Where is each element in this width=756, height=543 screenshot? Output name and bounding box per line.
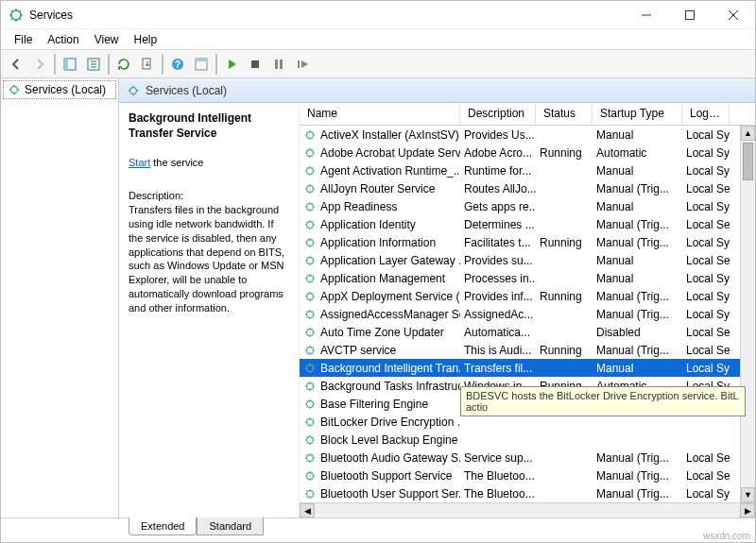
service-row[interactable]: AVCTP serviceThis is Audi...RunningManua… bbox=[300, 341, 755, 359]
cell-startup: Manual bbox=[593, 254, 682, 267]
description-text: Transfers files in the background using … bbox=[129, 203, 289, 315]
cell-logon: Local Sy bbox=[682, 272, 730, 285]
start-service-button[interactable] bbox=[220, 53, 243, 76]
service-row[interactable]: Application IdentityDetermines ...Manual… bbox=[300, 215, 755, 233]
service-row[interactable]: Bluetooth Audio Gateway S...Service sup.… bbox=[300, 449, 755, 467]
panel-title: Services (Local) bbox=[146, 84, 227, 97]
service-row[interactable]: Block Level Backup Engine ... bbox=[300, 431, 755, 449]
refresh-button[interactable] bbox=[112, 53, 135, 76]
column-headers: Name Description Status Startup Type Log… bbox=[300, 103, 755, 126]
cell-name: AppX Deployment Service (... bbox=[300, 290, 460, 303]
service-row[interactable]: Bluetooth Support ServiceThe Bluetoo...M… bbox=[300, 467, 755, 484]
cell-desc: Determines ... bbox=[460, 218, 536, 231]
cell-desc: Provides Us... bbox=[460, 128, 536, 142]
svg-point-19 bbox=[307, 185, 314, 192]
show-hide-tree-button[interactable] bbox=[59, 53, 81, 76]
col-startup[interactable]: Startup Type bbox=[593, 103, 682, 125]
menu-action[interactable]: Action bbox=[40, 31, 86, 48]
close-button[interactable] bbox=[712, 1, 755, 28]
cell-desc: The Bluetoo... bbox=[460, 469, 536, 483]
help-button[interactable]: ? bbox=[166, 53, 189, 76]
service-row[interactable]: AllJoyn Router ServiceRoutes AllJo...Man… bbox=[300, 179, 755, 197]
svg-point-15 bbox=[130, 87, 137, 93]
cell-name: Background Tasks Infrastruc... bbox=[300, 380, 460, 393]
cell-startup: Manual (Trig... bbox=[593, 344, 682, 357]
cell-startup: Manual bbox=[593, 362, 682, 375]
svg-point-25 bbox=[307, 293, 314, 299]
tab-extended[interactable]: Extended bbox=[129, 518, 197, 535]
scroll-right-icon[interactable]: ▶ bbox=[740, 503, 755, 518]
service-row[interactable]: Adobe Acrobat Update Serv...Adobe Acro..… bbox=[300, 144, 755, 161]
cell-name: Agent Activation Runtime_... bbox=[300, 164, 460, 178]
cell-status: Running bbox=[536, 236, 593, 249]
export-button[interactable] bbox=[82, 53, 105, 76]
cell-desc: The Bluetoo... bbox=[460, 487, 536, 501]
gear-icon bbox=[8, 83, 21, 96]
col-status[interactable]: Status bbox=[536, 103, 593, 125]
cell-startup: Manual (Trig... bbox=[593, 308, 682, 321]
cell-desc: Automatica... bbox=[460, 326, 536, 339]
svg-point-14 bbox=[11, 87, 18, 93]
scroll-thumb[interactable] bbox=[743, 143, 753, 180]
minimize-button[interactable] bbox=[625, 1, 668, 28]
service-row[interactable]: Application Layer Gateway ...Provides su… bbox=[300, 251, 755, 269]
separator bbox=[162, 54, 163, 75]
properties-button[interactable] bbox=[190, 53, 213, 76]
services-icon bbox=[9, 8, 24, 23]
back-button[interactable] bbox=[5, 53, 27, 76]
menu-view[interactable]: View bbox=[87, 31, 127, 48]
service-row[interactable]: ActiveX Installer (AxInstSV)Provides Us.… bbox=[300, 126, 755, 144]
horizontal-scrollbar[interactable]: ◀ ▶ bbox=[300, 502, 755, 518]
col-name[interactable]: Name bbox=[300, 103, 460, 125]
cell-name: Bluetooth Support Service bbox=[300, 469, 460, 483]
vertical-scrollbar[interactable]: ▲ ▼ bbox=[740, 126, 755, 502]
service-row[interactable]: Agent Activation Runtime_...Runtime for.… bbox=[300, 161, 755, 179]
service-row[interactable]: AppX Deployment Service (...Provides inf… bbox=[300, 287, 755, 305]
export-list-button[interactable] bbox=[136, 53, 159, 76]
service-row[interactable]: Auto Time Zone UpdaterAutomatica...Disab… bbox=[300, 323, 755, 341]
cell-logon: Local Se bbox=[682, 344, 730, 357]
svg-text:?: ? bbox=[175, 59, 180, 70]
svg-point-27 bbox=[307, 329, 314, 335]
col-description[interactable]: Description bbox=[460, 103, 536, 125]
pause-service-button[interactable] bbox=[267, 53, 290, 76]
col-logon[interactable]: Log On bbox=[682, 103, 730, 125]
cell-name: Bluetooth Audio Gateway S... bbox=[300, 451, 460, 465]
svg-point-34 bbox=[307, 454, 314, 461]
svg-point-21 bbox=[307, 221, 314, 228]
cell-desc: Runtime for... bbox=[460, 164, 536, 178]
scroll-down-icon[interactable]: ▼ bbox=[741, 487, 755, 502]
service-row[interactable]: Application ManagementProcesses in...Man… bbox=[300, 269, 755, 287]
scroll-left-icon[interactable]: ◀ bbox=[300, 503, 315, 518]
service-row[interactable]: AssignedAccessManager Se...AssignedAc...… bbox=[300, 305, 755, 323]
restart-service-button[interactable] bbox=[291, 53, 314, 76]
cell-desc: Processes in... bbox=[460, 272, 536, 285]
cell-status: Running bbox=[536, 290, 593, 303]
tab-standard[interactable]: Standard bbox=[197, 518, 264, 535]
gear-icon bbox=[127, 84, 140, 97]
selected-service-name: Background Intelligent Transfer Service bbox=[129, 110, 289, 141]
svg-point-28 bbox=[307, 347, 314, 353]
svg-rect-1 bbox=[686, 10, 695, 19]
maximize-button[interactable] bbox=[668, 1, 712, 28]
scroll-up-icon[interactable]: ▲ bbox=[741, 126, 755, 141]
cell-startup: Manual bbox=[593, 128, 682, 142]
toolbar: ? bbox=[1, 50, 755, 78]
service-row[interactable]: App ReadinessGets apps re...ManualLocal … bbox=[300, 197, 755, 215]
menu-help[interactable]: Help bbox=[127, 31, 165, 48]
service-row[interactable]: Background Intelligent Tran...Transfers … bbox=[300, 359, 755, 377]
forward-button[interactable] bbox=[28, 53, 51, 76]
svg-point-32 bbox=[307, 418, 314, 425]
cell-name: Bluetooth User Support Ser... bbox=[300, 487, 460, 501]
cell-desc: Gets apps re... bbox=[460, 200, 536, 213]
menu-file[interactable]: File bbox=[7, 31, 40, 48]
start-service-link[interactable]: Start bbox=[129, 157, 150, 168]
cell-status: Running bbox=[536, 146, 593, 160]
cell-logon: Local Sy bbox=[682, 290, 730, 303]
service-row[interactable]: Bluetooth User Support Ser...The Bluetoo… bbox=[300, 484, 755, 502]
tree-item-services-local[interactable]: Services (Local) bbox=[3, 80, 116, 99]
service-row[interactable]: Application InformationFacilitates t...R… bbox=[300, 233, 755, 251]
stop-service-button[interactable] bbox=[244, 53, 266, 76]
cell-desc: Service sup... bbox=[460, 451, 536, 465]
cell-name: Background Intelligent Tran... bbox=[300, 362, 460, 375]
